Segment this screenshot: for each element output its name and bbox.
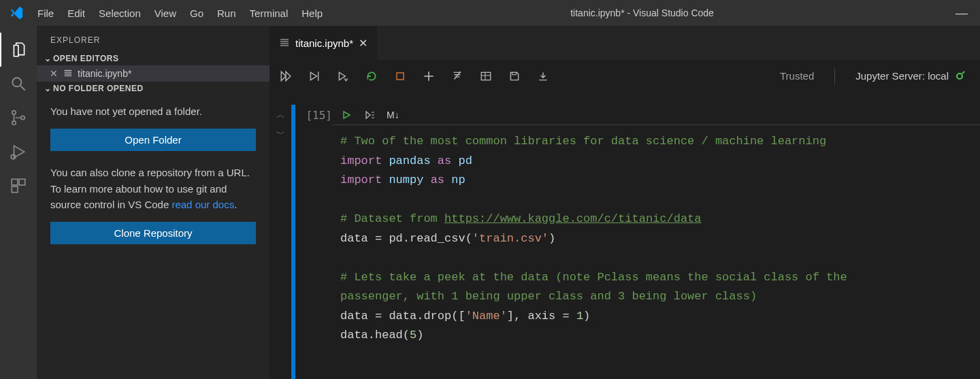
editor-group: titanic.ipynb* ✕ [270,26,980,379]
svg-rect-14 [481,72,491,80]
chevron-down-icon: ⌄ [42,84,53,93]
notebook-toolbar: Trusted Jupyter Server: local [270,60,980,93]
interrupt-kernel-icon[interactable] [393,69,407,83]
no-folder-label: NO FOLDER OPENED [53,84,144,93]
no-folder-header[interactable]: ⌄ NO FOLDER OPENED [37,82,270,95]
jupyter-server-label[interactable]: Jupyter Server: local [850,70,970,82]
clone-repository-button[interactable]: Clone Repository [50,222,256,244]
menu-view[interactable]: View [148,5,182,22]
activity-bar [0,26,37,379]
notebook-file-icon [279,37,290,48]
explorer-sidebar: EXPLORER ⌄ OPEN EDITORS ✕ titanic.ipynb*… [37,26,270,379]
svg-rect-6 [12,179,18,185]
open-editors-label: OPEN EDITORS [53,54,118,63]
menu-run[interactable]: Run [211,5,242,22]
extensions-icon[interactable] [0,169,37,203]
variables-icon[interactable] [479,69,493,83]
svg-point-2 [12,111,16,114]
run-all-icon[interactable] [279,69,293,83]
menu-help[interactable]: Help [295,5,329,22]
notebook-file-icon [63,69,74,78]
markdown-toggle[interactable]: M↓ [387,110,399,120]
menu-go[interactable]: Go [184,5,210,22]
svg-rect-8 [12,186,18,193]
tab-label: titanic.ipynb* [295,37,353,49]
cell-focus-marker [291,105,295,379]
svg-rect-7 [19,179,25,185]
tab-bar: titanic.ipynb* ✕ [270,26,980,60]
run-above-icon[interactable] [308,69,321,83]
window-controls: — [956,6,975,20]
run-debug-icon[interactable] [0,135,37,169]
notebook-body: ︿ ﹀ [15] M↓ # Two of the most common lib… [270,93,980,379]
source-control-icon[interactable] [0,101,37,135]
add-cell-icon[interactable] [422,69,436,83]
open-editors-header[interactable]: ⌄ OPEN EDITORS [37,52,270,65]
open-folder-button[interactable]: Open Folder [50,129,256,151]
svg-point-3 [12,121,16,125]
restart-kernel-icon[interactable] [365,69,378,83]
close-icon[interactable]: ✕ [359,37,368,50]
menu-file[interactable]: File [31,5,60,22]
chevron-down-icon: ⌄ [42,54,53,63]
minimize-icon[interactable]: — [956,6,968,20]
explorer-icon[interactable] [0,33,37,67]
export-icon[interactable] [536,69,550,83]
svg-rect-17 [512,72,517,74]
open-editor-item[interactable]: ✕ titanic.ipynb* [37,65,270,82]
svg-line-19 [962,71,964,73]
close-icon[interactable]: ✕ [49,68,59,79]
open-editor-filename: titanic.ipynb* [78,68,131,79]
svg-point-0 [12,78,21,86]
explorer-title: EXPLORER [37,26,270,52]
svg-point-18 [957,73,962,79]
tab-titanic[interactable]: titanic.ipynb* ✕ [270,26,378,60]
svg-rect-10 [397,73,404,80]
collapse-down-icon[interactable]: ﹀ [276,128,285,140]
title-bar: File Edit Selection View Go Run Terminal… [0,0,980,26]
code-cell[interactable]: M↓ # Two of the most common libraries fo… [332,105,980,379]
exec-count: [15] [297,105,332,379]
run-cell-icon[interactable] [340,109,353,121]
search-icon[interactable] [0,67,37,101]
no-folder-message: You have not yet opened a folder. [50,103,256,119]
save-icon[interactable] [508,69,521,83]
read-docs-link[interactable]: read our docs [172,199,234,210]
toolbar-divider [834,69,835,84]
clone-message: You can also clone a repository from a U… [50,165,256,212]
run-by-line-icon[interactable] [363,109,376,121]
menu-selection[interactable]: Selection [93,5,147,22]
cell-toolbar: M↓ [332,105,980,125]
code-editor[interactable]: # Two of the most common libraries for d… [332,132,980,346]
menu-bar: File Edit Selection View Go Run Terminal… [31,5,329,22]
menu-edit[interactable]: Edit [61,5,91,22]
collapse-up-icon[interactable]: ︿ [276,109,285,121]
vscode-logo-icon [8,5,24,21]
no-folder-body: You have not yet opened a folder. Open F… [37,95,270,266]
window-title: titanic.ipynb* - Visual Studio Code [329,7,956,18]
fold-gutter: ︿ ﹀ [270,105,291,379]
svg-line-1 [20,86,25,90]
clear-outputs-icon[interactable] [451,69,464,83]
server-status-icon [954,71,965,82]
svg-point-4 [21,116,24,119]
run-below-icon[interactable] [336,69,350,83]
trusted-label[interactable]: Trusted [780,70,819,82]
menu-terminal[interactable]: Terminal [244,5,295,22]
